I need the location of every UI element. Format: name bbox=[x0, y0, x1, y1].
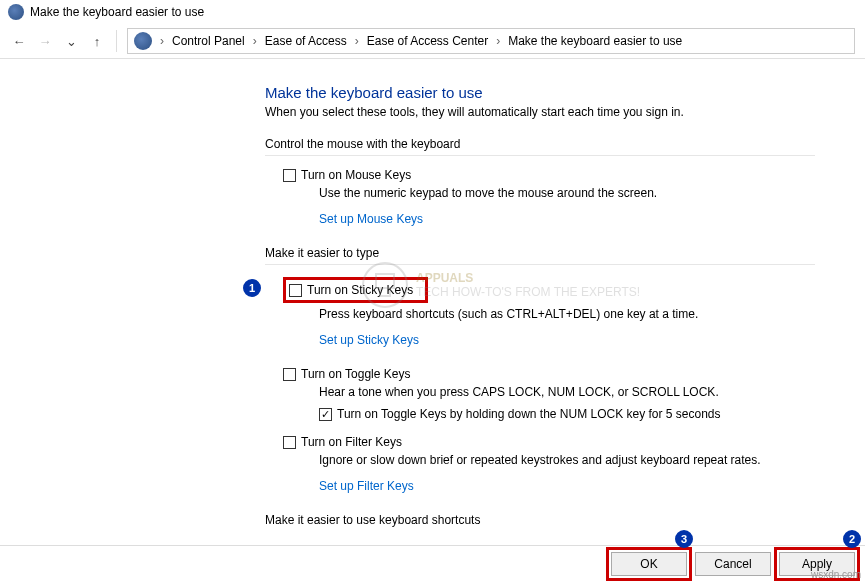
option-filter-keys: Turn on Filter Keys Ignore or slow down … bbox=[283, 435, 815, 505]
option-desc: Press keyboard shortcuts (such as CTRL+A… bbox=[319, 307, 815, 321]
window-icon bbox=[8, 4, 24, 20]
checkbox-label: Turn on Filter Keys bbox=[301, 435, 402, 449]
checkbox-row[interactable]: Turn on Mouse Keys bbox=[283, 168, 815, 182]
chevron-right-icon[interactable]: › bbox=[249, 34, 261, 48]
navigation-bar: ← → ⌄ ↑ › Control Panel › Ease of Access… bbox=[0, 24, 865, 59]
divider bbox=[116, 30, 117, 52]
breadcrumb-item[interactable]: Ease of Access Center bbox=[367, 34, 488, 48]
breadcrumb-item[interactable]: Make the keyboard easier to use bbox=[508, 34, 682, 48]
option-toggle-keys: Turn on Toggle Keys Hear a tone when you… bbox=[283, 367, 815, 421]
back-icon[interactable]: ← bbox=[10, 32, 28, 50]
checkbox-row[interactable]: Turn on Filter Keys bbox=[283, 435, 815, 449]
recent-dropdown-icon[interactable]: ⌄ bbox=[62, 32, 80, 50]
footer: 3 OK Cancel 2 Apply bbox=[0, 545, 865, 582]
callout-1: 1 bbox=[243, 279, 261, 297]
section-header: Make it easier to type bbox=[265, 246, 815, 265]
page-subtitle: When you select these tools, they will a… bbox=[265, 105, 815, 119]
breadcrumb-icon bbox=[134, 32, 152, 50]
window-title: Make the keyboard easier to use bbox=[30, 5, 204, 19]
highlight-sticky-keys: Turn on Sticky Keys bbox=[283, 277, 428, 303]
cancel-button-wrap: Cancel bbox=[695, 552, 771, 576]
section-header: Control the mouse with the keyboard bbox=[265, 137, 815, 156]
option-desc: Use the numeric keypad to move the mouse… bbox=[319, 186, 815, 200]
cancel-button[interactable]: Cancel bbox=[695, 552, 771, 576]
link-setup-filter-keys[interactable]: Set up Filter Keys bbox=[319, 479, 414, 493]
ok-button[interactable]: OK bbox=[611, 552, 687, 576]
title-bar: Make the keyboard easier to use bbox=[0, 0, 865, 24]
breadcrumb-item[interactable]: Control Panel bbox=[172, 34, 245, 48]
attribution: wsxdn.com bbox=[811, 569, 861, 580]
checkbox-row[interactable]: Turn on Toggle Keys by holding down the … bbox=[319, 407, 815, 421]
chevron-right-icon[interactable]: › bbox=[156, 34, 168, 48]
checkbox-label: Turn on Toggle Keys bbox=[301, 367, 410, 381]
callout-3: 3 bbox=[675, 530, 693, 548]
forward-icon[interactable]: → bbox=[36, 32, 54, 50]
breadcrumb-item[interactable]: Ease of Access bbox=[265, 34, 347, 48]
chevron-right-icon[interactable]: › bbox=[351, 34, 363, 48]
checkbox-row[interactable]: Turn on Toggle Keys bbox=[283, 367, 815, 381]
checkbox-label: Turn on Mouse Keys bbox=[301, 168, 411, 182]
callout-2: 2 bbox=[843, 530, 861, 548]
option-sticky-keys: 1 Turn on Sticky Keys Press keyboard sho… bbox=[283, 277, 815, 359]
main-content: Make the keyboard easier to use When you… bbox=[0, 59, 865, 544]
link-setup-sticky-keys[interactable]: Set up Sticky Keys bbox=[319, 333, 419, 347]
link-setup-mouse-keys[interactable]: Set up Mouse Keys bbox=[319, 212, 423, 226]
checkbox-mouse-keys[interactable] bbox=[283, 169, 296, 182]
option-desc: Ignore or slow down brief or repeated ke… bbox=[319, 453, 815, 467]
option-mouse-keys: Turn on Mouse Keys Use the numeric keypa… bbox=[283, 168, 815, 238]
page-title: Make the keyboard easier to use bbox=[265, 84, 815, 101]
checkbox-toggle-keys[interactable] bbox=[283, 368, 296, 381]
checkbox-filter-keys[interactable] bbox=[283, 436, 296, 449]
checkbox-label: Turn on Toggle Keys by holding down the … bbox=[337, 407, 721, 421]
option-desc: Hear a tone when you press CAPS LOCK, NU… bbox=[319, 385, 815, 399]
checkbox-numlock-hold[interactable] bbox=[319, 408, 332, 421]
chevron-right-icon[interactable]: › bbox=[492, 34, 504, 48]
ok-button-wrap: 3 OK bbox=[611, 552, 687, 576]
checkbox-label: Turn on Sticky Keys bbox=[307, 283, 413, 297]
breadcrumb[interactable]: › Control Panel › Ease of Access › Ease … bbox=[127, 28, 855, 54]
up-icon[interactable]: ↑ bbox=[88, 32, 106, 50]
checkbox-sticky-keys[interactable] bbox=[289, 284, 302, 297]
section-header: Make it easier to use keyboard shortcuts bbox=[265, 513, 815, 531]
